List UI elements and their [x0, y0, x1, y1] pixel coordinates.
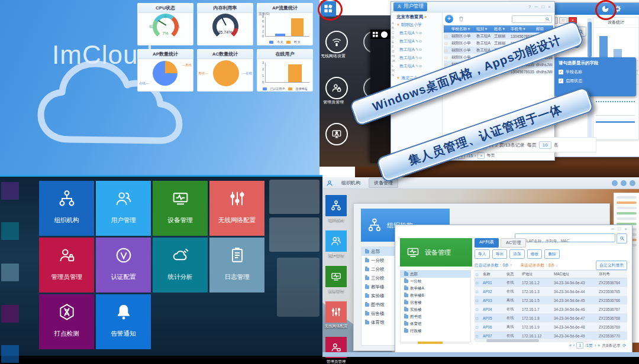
scroll-thumb[interactable] [418, 342, 443, 344]
tree-root[interactable]: 北京市教育局 ● [396, 14, 427, 20]
add-user-button[interactable]: + [445, 15, 453, 23]
table-row[interactable]: □AP02在线172.16.1.334-23-34-5d-6e-44ZX2353… [475, 287, 627, 296]
filter-icon[interactable]: ▾ [468, 27, 470, 31]
magnifier-icon[interactable] [545, 17, 550, 22]
export-button[interactable]: 导出 [492, 249, 508, 259]
filter-icon[interactable]: ▾ [523, 27, 525, 31]
table-row[interactable]: □AP05在线172.16.1.834-23-34-5d-6e-47ZX2353… [475, 314, 627, 323]
unselected-count-link[interactable]: 未选记录条数：8条 ↓ [520, 262, 557, 268]
tile-org[interactable]: 组织机构 [39, 181, 94, 236]
window-controls[interactable]: ─ □ × [611, 226, 628, 232]
admin-icon[interactable] [325, 77, 348, 99]
dock-devices[interactable] [325, 266, 347, 287]
delete-icon[interactable]: ⊘ [419, 39, 422, 43]
chooser-option[interactable]: ✓ 学校名称 [559, 69, 632, 75]
delete-icon[interactable]: ⊘ [419, 47, 422, 51]
taskbar-tab-org[interactable]: 组织机构 [337, 178, 365, 187]
window-controls[interactable]: ? ─ □ × [528, 4, 552, 9]
delete-icon[interactable]: ⊘ [419, 64, 422, 68]
page-number-input[interactable]: 1 [576, 342, 583, 349]
tile-auth-config[interactable]: 认证配置 [96, 238, 151, 292]
import-button[interactable]: 导入 [475, 249, 490, 259]
select-all-checkbox[interactable]: □ [475, 272, 482, 277]
last-page-button[interactable]: » [598, 343, 600, 347]
tree-item[interactable]: 一分校 [401, 278, 470, 285]
col-name[interactable]: 姓名 ▾ [493, 27, 509, 32]
tile-devices[interactable]: 设备管理 [153, 181, 208, 236]
table-row[interactable]: □AP04在线172.16.1.734-23-34-5d-6e-46ZX2353… [475, 305, 627, 314]
delete-icon[interactable]: ⊘ [419, 31, 422, 35]
alphabet-rail[interactable]: ABCDEFGHIJKLMN [392, 21, 396, 77]
delete-icon[interactable]: ⊘ [419, 56, 422, 60]
col-name[interactable]: 名称 [482, 272, 505, 277]
add-button[interactable]: 添加 [509, 249, 525, 259]
col-school[interactable]: 学校名称 ▾ [450, 27, 475, 32]
checkbox-checked-icon[interactable]: ✓ [559, 79, 563, 83]
row-checkbox[interactable]: □ [475, 325, 482, 329]
delete-button[interactable]: 删除 [544, 249, 560, 259]
col-status[interactable]: 状态 [505, 272, 521, 277]
filter-icon[interactable]: ▾ [503, 27, 505, 31]
tree-item[interactable]: 行政楼 [401, 327, 470, 334]
scroll-thumb[interactable] [486, 339, 539, 342]
device-window-tile[interactable]: 设备管理 [400, 238, 472, 266]
tile-probe-detect[interactable]: 打点检测 [39, 294, 94, 349]
dock-wireless[interactable] [325, 301, 347, 323]
custom-columns-button[interactable]: 自定义列显示 [596, 261, 627, 270]
col-phone[interactable]: 手机号 ▾ [509, 27, 535, 32]
dock-org[interactable] [325, 195, 347, 216]
row-checkbox[interactable]: □ [475, 281, 482, 285]
scroll-thumb[interactable] [588, 22, 592, 57]
col-ip[interactable]: IP地址 [521, 272, 553, 277]
tree-group-item[interactable]: 教工组A ✎⊘ [399, 38, 422, 44]
row-checkbox[interactable]: □ [444, 41, 450, 46]
per-page-select[interactable]: 10 [539, 141, 551, 149]
tree-item[interactable]: 图书馆 [401, 313, 470, 320]
first-page-button[interactable]: « [569, 343, 572, 347]
next-page-button[interactable]: › [595, 343, 596, 347]
row-checkbox[interactable]: □ [444, 34, 450, 38]
next-page-button[interactable]: › [475, 154, 476, 158]
row-checkbox[interactable]: □ [475, 316, 482, 320]
selected-count-link[interactable]: 已选记录条数：0条 ↑ [475, 262, 512, 268]
tree-item[interactable]: 实验楼 [401, 306, 470, 313]
prev-page-button[interactable]: ‹ [573, 343, 575, 347]
filter-icon[interactable]: ▾ [485, 27, 487, 31]
dock-users[interactable] [325, 230, 347, 252]
tile-statistics[interactable]: 统计分析 [153, 238, 208, 292]
tree-item[interactable]: 教学楼A [401, 285, 470, 292]
row-checkbox[interactable]: □ [475, 307, 482, 311]
expand-icon[interactable]: ▼ [396, 76, 400, 80]
tree-item[interactable]: 宿舍楼 [401, 299, 470, 306]
monitor-icon[interactable] [325, 123, 348, 145]
table-row[interactable]: □AP03离线172.16.1.534-23-34-5d-6e-45ZX2353… [475, 296, 627, 305]
tab-ap-list[interactable]: AP列表 [475, 238, 499, 248]
table-row[interactable]: □AP06离线172.16.1.934-23-34-5d-6e-48ZX2353… [475, 323, 627, 332]
tile-wireless-config[interactable]: 无线网络配置 [209, 181, 264, 236]
expand-icon[interactable]: ▼ [396, 23, 400, 27]
search-input[interactable] [512, 15, 552, 23]
maximize-button[interactable]: □ [559, 17, 567, 24]
row-checkbox[interactable]: □ [444, 56, 450, 60]
tree-item[interactable]: 体育馆 [401, 320, 470, 327]
chart-icon[interactable] [612, 180, 618, 186]
trash-icon[interactable] [458, 15, 464, 22]
power-icon[interactable] [630, 180, 635, 186]
row-checkbox[interactable]: □ [475, 298, 482, 303]
checkbox-checked-icon[interactable]: ✓ [559, 70, 563, 74]
last-page-button[interactable]: » [477, 152, 485, 159]
wifi-icon[interactable] [325, 31, 348, 53]
refresh-icon[interactable]: ⟳ [622, 343, 626, 348]
row-checkbox[interactable]: □ [475, 290, 482, 294]
row-checkbox[interactable]: □ [444, 48, 450, 53]
row-checkbox[interactable]: □ [475, 334, 482, 338]
edit-button[interactable]: 修改 [527, 249, 543, 259]
tab-ac-manage[interactable]: AC管理 [501, 238, 526, 248]
tree-group-item[interactable]: 教工组A ✎⊘ [399, 63, 422, 69]
tree-item[interactable]: 教学楼B [401, 292, 470, 299]
tree-scrollbar[interactable] [400, 342, 470, 344]
info-icon[interactable] [621, 180, 627, 186]
app-logo-icon[interactable] [326, 180, 333, 187]
tile-admins[interactable]: 管理员管理 [39, 238, 94, 292]
table-row[interactable]: □AP01在线172.16.1.234-23-34-5d-6e-43ZX2353… [475, 278, 627, 287]
